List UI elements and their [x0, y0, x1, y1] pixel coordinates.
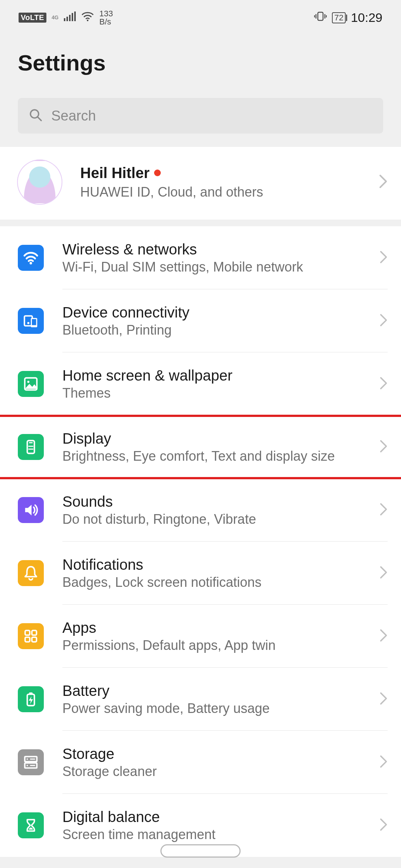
row-subtitle: Power saving mode, Battery usage — [62, 701, 361, 716]
chevron-right-icon — [379, 628, 388, 644]
chevron-right-icon — [379, 565, 388, 581]
battery-indicator: 72 — [332, 12, 345, 23]
svg-marker-26 — [29, 696, 33, 704]
settings-row-home-wallpaper[interactable]: Home screen & wallpaper Themes — [0, 352, 401, 415]
row-subtitle: Brightness, Eye comfort, Text and displa… — [62, 448, 361, 464]
bell-icon — [18, 560, 44, 586]
account-subtitle: HUAWEI ID, Cloud, and others — [80, 184, 360, 200]
chevron-right-icon — [379, 691, 388, 707]
battery-icon — [18, 686, 44, 712]
clock: 10:29 — [351, 10, 382, 25]
search-field[interactable]: Search — [18, 98, 383, 134]
signal-icon — [64, 11, 76, 24]
row-title: Digital balance — [62, 809, 361, 825]
svg-point-7 — [30, 110, 39, 118]
svg-rect-0 — [64, 18, 65, 21]
row-subtitle: Permissions, Default apps, App twin — [62, 638, 361, 653]
settings-row-sounds[interactable]: Sounds Do not disturb, Ringtone, Vibrate — [0, 479, 401, 542]
svg-rect-12 — [32, 319, 36, 325]
row-subtitle: Themes — [62, 385, 361, 401]
row-title: Device connectivity — [62, 304, 361, 321]
row-subtitle: Screen time management — [62, 827, 361, 842]
svg-rect-23 — [32, 637, 36, 642]
row-title: Notifications — [62, 556, 361, 573]
svg-rect-6 — [318, 12, 323, 20]
vibrate-icon — [314, 11, 327, 24]
row-title: Display — [62, 430, 361, 447]
svg-rect-22 — [25, 637, 30, 642]
row-subtitle: Wi-Fi, Dual SIM settings, Mobile network — [62, 259, 361, 275]
row-title: Home screen & wallpaper — [62, 367, 361, 384]
page-title: Settings — [18, 50, 383, 76]
row-title: Sounds — [62, 493, 361, 510]
image-icon — [18, 371, 44, 397]
svg-point-30 — [27, 765, 28, 766]
row-title: Storage — [62, 746, 361, 762]
chevron-right-icon — [379, 439, 388, 455]
settings-list: Wireless & networks Wi-Fi, Dual SIM sett… — [0, 226, 401, 857]
svg-rect-20 — [25, 631, 30, 635]
settings-row-storage[interactable]: Storage Storage cleaner — [0, 731, 401, 794]
page-header: Settings — [0, 35, 401, 98]
status-bar: VoLTE 4G 133 B/s 72 10:29 — [0, 0, 401, 35]
settings-row-battery[interactable]: Battery Power saving mode, Battery usage — [0, 668, 401, 731]
settings-row-apps[interactable]: Apps Permissions, Default apps, App twin — [0, 605, 401, 668]
account-name: Heil Hitler — [80, 165, 150, 181]
settings-row-wireless[interactable]: Wireless & networks Wi-Fi, Dual SIM sett… — [0, 226, 401, 289]
search-icon — [28, 108, 43, 124]
chevron-right-icon — [379, 754, 388, 770]
svg-point-9 — [30, 262, 32, 264]
row-title: Apps — [62, 619, 361, 636]
hourglass-icon — [18, 812, 44, 838]
svg-rect-4 — [74, 11, 76, 21]
svg-point-5 — [87, 20, 88, 21]
svg-rect-21 — [32, 631, 36, 635]
wifi-icon — [81, 11, 94, 24]
row-subtitle: Do not disturb, Ringtone, Vibrate — [62, 512, 361, 527]
settings-row-display[interactable]: Display Brightness, Eye comfort, Text an… — [0, 415, 401, 479]
row-subtitle: Badges, Lock screen notifications — [62, 575, 361, 590]
chevron-right-icon — [379, 376, 388, 392]
devices-icon — [18, 308, 44, 334]
row-subtitle: Bluetooth, Printing — [62, 322, 361, 338]
chevron-right-icon — [379, 502, 388, 518]
svg-line-8 — [38, 117, 41, 121]
svg-rect-25 — [29, 693, 33, 694]
chevron-right-icon — [379, 250, 388, 266]
svg-point-29 — [27, 758, 28, 760]
network-gen-label: 4G — [52, 15, 59, 20]
search-placeholder: Search — [51, 108, 96, 124]
network-speed: 133 B/s — [100, 10, 113, 26]
volte-badge: VoLTE — [19, 13, 46, 23]
row-subtitle: Storage cleaner — [62, 764, 361, 779]
account-row[interactable]: Heil Hitler HUAWEI ID, Cloud, and others — [0, 147, 401, 220]
avatar — [18, 160, 62, 204]
settings-row-device-connectivity[interactable]: Device connectivity Bluetooth, Printing — [0, 289, 401, 352]
chevron-right-icon — [379, 818, 388, 833]
grid-icon — [18, 623, 44, 649]
settings-row-notifications[interactable]: Notifications Badges, Lock screen notifi… — [0, 542, 401, 605]
phone-icon — [18, 434, 44, 460]
chevron-right-icon — [379, 174, 388, 190]
row-title: Battery — [62, 683, 361, 699]
row-title: Wireless & networks — [62, 241, 361, 258]
gesture-pill[interactable] — [160, 844, 241, 858]
svg-point-15 — [27, 381, 29, 383]
svg-rect-1 — [66, 17, 68, 21]
storage-icon — [18, 749, 44, 775]
svg-rect-2 — [69, 15, 71, 21]
wifi-icon — [18, 245, 44, 271]
svg-point-13 — [27, 322, 29, 324]
svg-rect-3 — [72, 13, 73, 21]
notification-dot-icon — [154, 170, 161, 176]
speaker-icon — [18, 497, 44, 523]
chevron-right-icon — [379, 313, 388, 329]
